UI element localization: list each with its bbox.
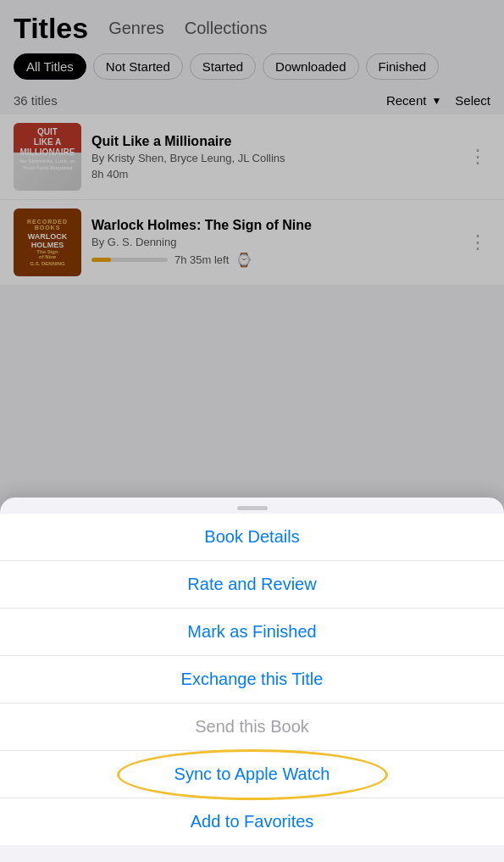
sheet-item-exchange-title[interactable]: Exchange this Title — [0, 656, 504, 704]
sheet-item-add-favorites[interactable]: Add to Favorites — [0, 798, 504, 845]
sheet-item-label-sync-watch: Sync to Apple Watch — [174, 765, 330, 783]
sheet-item-label-book-details: Book Details — [204, 527, 299, 546]
sheet-item-send-book: Send this Book — [0, 704, 504, 751]
sheet-item-label-mark-finished: Mark as Finished — [187, 622, 316, 641]
sheet-item-label-send-book: Send this Book — [195, 717, 309, 736]
sheet-item-mark-finished[interactable]: Mark as Finished — [0, 609, 504, 656]
sheet-item-sync-watch[interactable]: Sync to Apple Watch — [0, 751, 504, 798]
sheet-item-label-rate-review: Rate and Review — [187, 575, 316, 593]
sheet-item-label-add-favorites: Add to Favorites — [191, 812, 314, 831]
sheet-item-label-exchange-title: Exchange this Title — [181, 670, 324, 688]
bottom-sheet: Book Details Rate and Review Mark as Fin… — [0, 498, 504, 862]
sheet-item-rate-review[interactable]: Rate and Review — [0, 561, 504, 609]
sheet-handle — [237, 506, 268, 510]
sheet-item-book-details[interactable]: Book Details — [0, 514, 504, 561]
